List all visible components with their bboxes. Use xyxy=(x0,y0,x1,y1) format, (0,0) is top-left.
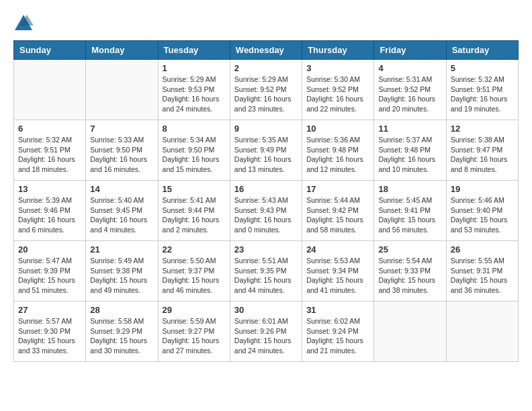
calendar-cell xyxy=(446,302,518,362)
calendar-cell: 14Sunrise: 5:40 AM Sunset: 9:45 PM Dayli… xyxy=(86,181,158,241)
day-info: Sunrise: 5:41 AM Sunset: 9:44 PM Dayligh… xyxy=(163,195,226,235)
calendar-cell: 28Sunrise: 5:58 AM Sunset: 9:29 PM Dayli… xyxy=(86,302,158,362)
calendar-cell: 4Sunrise: 5:31 AM Sunset: 9:52 PM Daylig… xyxy=(374,60,446,120)
day-info: Sunrise: 5:33 AM Sunset: 9:50 PM Dayligh… xyxy=(90,135,153,175)
day-info: Sunrise: 5:36 AM Sunset: 9:48 PM Dayligh… xyxy=(306,135,369,175)
header-row: SundayMondayTuesdayWednesdayThursdayFrid… xyxy=(14,41,519,60)
day-info: Sunrise: 5:45 AM Sunset: 9:41 PM Dayligh… xyxy=(378,195,441,235)
day-number: 8 xyxy=(163,124,226,134)
calendar-cell: 26Sunrise: 5:55 AM Sunset: 9:31 PM Dayli… xyxy=(446,241,518,302)
day-info: Sunrise: 5:43 AM Sunset: 9:43 PM Dayligh… xyxy=(234,195,298,235)
day-info: Sunrise: 5:58 AM Sunset: 9:29 PM Dayligh… xyxy=(90,316,153,356)
day-info: Sunrise: 5:29 AM Sunset: 9:53 PM Dayligh… xyxy=(163,75,226,114)
day-info: Sunrise: 5:29 AM Sunset: 9:52 PM Dayligh… xyxy=(234,75,298,114)
header xyxy=(13,13,519,34)
day-number: 1 xyxy=(163,63,226,73)
day-info: Sunrise: 5:32 AM Sunset: 9:51 PM Dayligh… xyxy=(18,135,81,175)
day-number: 28 xyxy=(90,305,153,315)
calendar-cell: 25Sunrise: 5:54 AM Sunset: 9:33 PM Dayli… xyxy=(374,241,446,302)
day-info: Sunrise: 5:30 AM Sunset: 9:52 PM Dayligh… xyxy=(306,75,369,114)
day-header-tuesday: Tuesday xyxy=(158,41,230,60)
calendar-cell: 30Sunrise: 6:01 AM Sunset: 9:26 PM Dayli… xyxy=(230,302,302,362)
day-number: 6 xyxy=(18,124,81,134)
day-header-sunday: Sunday xyxy=(14,41,86,60)
day-info: Sunrise: 6:01 AM Sunset: 9:26 PM Dayligh… xyxy=(234,316,298,356)
day-info: Sunrise: 5:47 AM Sunset: 9:39 PM Dayligh… xyxy=(18,256,81,295)
logo-icon xyxy=(13,13,34,34)
day-number: 26 xyxy=(451,244,514,255)
day-info: Sunrise: 5:38 AM Sunset: 9:47 PM Dayligh… xyxy=(451,135,514,175)
day-number: 18 xyxy=(378,184,441,194)
week-row-4: 20Sunrise: 5:47 AM Sunset: 9:39 PM Dayli… xyxy=(14,241,519,302)
calendar-cell: 10Sunrise: 5:36 AM Sunset: 9:48 PM Dayli… xyxy=(302,120,374,181)
day-number: 19 xyxy=(451,184,514,194)
week-row-1: 1Sunrise: 5:29 AM Sunset: 9:53 PM Daylig… xyxy=(14,60,519,120)
day-number: 24 xyxy=(306,244,369,255)
day-info: Sunrise: 5:57 AM Sunset: 9:30 PM Dayligh… xyxy=(18,316,81,356)
day-info: Sunrise: 5:32 AM Sunset: 9:51 PM Dayligh… xyxy=(451,75,514,114)
calendar-cell: 17Sunrise: 5:44 AM Sunset: 9:42 PM Dayli… xyxy=(302,181,374,241)
calendar-cell: 11Sunrise: 5:37 AM Sunset: 9:48 PM Dayli… xyxy=(374,120,446,181)
calendar-cell: 12Sunrise: 5:38 AM Sunset: 9:47 PM Dayli… xyxy=(446,120,518,181)
day-header-saturday: Saturday xyxy=(446,41,518,60)
calendar-cell: 20Sunrise: 5:47 AM Sunset: 9:39 PM Dayli… xyxy=(14,241,86,302)
calendar-cell: 22Sunrise: 5:50 AM Sunset: 9:37 PM Dayli… xyxy=(158,241,230,302)
day-header-thursday: Thursday xyxy=(302,41,374,60)
day-number: 5 xyxy=(451,63,514,73)
day-number: 13 xyxy=(18,184,81,194)
calendar-cell: 19Sunrise: 5:46 AM Sunset: 9:40 PM Dayli… xyxy=(446,181,518,241)
calendar-cell: 21Sunrise: 5:49 AM Sunset: 9:38 PM Dayli… xyxy=(86,241,158,302)
day-info: Sunrise: 5:37 AM Sunset: 9:48 PM Dayligh… xyxy=(378,135,441,175)
day-info: Sunrise: 5:35 AM Sunset: 9:49 PM Dayligh… xyxy=(234,135,298,175)
week-row-3: 13Sunrise: 5:39 AM Sunset: 9:46 PM Dayli… xyxy=(14,181,519,241)
calendar-cell: 8Sunrise: 5:34 AM Sunset: 9:50 PM Daylig… xyxy=(158,120,230,181)
day-info: Sunrise: 5:53 AM Sunset: 9:34 PM Dayligh… xyxy=(306,256,369,295)
day-info: Sunrise: 5:55 AM Sunset: 9:31 PM Dayligh… xyxy=(451,256,514,295)
day-info: Sunrise: 5:54 AM Sunset: 9:33 PM Dayligh… xyxy=(378,256,441,295)
day-number: 29 xyxy=(163,305,226,315)
day-number: 3 xyxy=(306,63,369,73)
day-info: Sunrise: 5:34 AM Sunset: 9:50 PM Dayligh… xyxy=(163,135,226,175)
calendar-cell: 13Sunrise: 5:39 AM Sunset: 9:46 PM Dayli… xyxy=(14,181,86,241)
day-number: 4 xyxy=(378,63,441,73)
day-number: 31 xyxy=(306,305,369,315)
calendar-cell: 15Sunrise: 5:41 AM Sunset: 9:44 PM Dayli… xyxy=(158,181,230,241)
calendar-cell: 6Sunrise: 5:32 AM Sunset: 9:51 PM Daylig… xyxy=(14,120,86,181)
calendar: SundayMondayTuesdayWednesdayThursdayFrid… xyxy=(13,40,519,362)
calendar-cell: 7Sunrise: 5:33 AM Sunset: 9:50 PM Daylig… xyxy=(86,120,158,181)
day-info: Sunrise: 5:40 AM Sunset: 9:45 PM Dayligh… xyxy=(90,195,153,235)
day-number: 7 xyxy=(90,124,153,134)
calendar-cell: 23Sunrise: 5:51 AM Sunset: 9:35 PM Dayli… xyxy=(230,241,302,302)
calendar-cell: 24Sunrise: 5:53 AM Sunset: 9:34 PM Dayli… xyxy=(302,241,374,302)
day-number: 14 xyxy=(90,184,153,194)
day-info: Sunrise: 5:51 AM Sunset: 9:35 PM Dayligh… xyxy=(234,256,298,295)
day-number: 17 xyxy=(306,184,369,194)
day-number: 22 xyxy=(163,244,226,255)
day-header-friday: Friday xyxy=(374,41,446,60)
day-info: Sunrise: 5:49 AM Sunset: 9:38 PM Dayligh… xyxy=(90,256,153,295)
calendar-cell xyxy=(86,60,158,120)
calendar-cell: 2Sunrise: 5:29 AM Sunset: 9:52 PM Daylig… xyxy=(230,60,302,120)
calendar-cell: 1Sunrise: 5:29 AM Sunset: 9:53 PM Daylig… xyxy=(158,60,230,120)
week-row-5: 27Sunrise: 5:57 AM Sunset: 9:30 PM Dayli… xyxy=(14,302,519,362)
week-row-2: 6Sunrise: 5:32 AM Sunset: 9:51 PM Daylig… xyxy=(14,120,519,181)
day-number: 23 xyxy=(234,244,298,255)
day-number: 11 xyxy=(378,124,441,134)
calendar-cell xyxy=(374,302,446,362)
day-number: 20 xyxy=(18,244,81,255)
calendar-cell: 9Sunrise: 5:35 AM Sunset: 9:49 PM Daylig… xyxy=(230,120,302,181)
calendar-cell: 29Sunrise: 5:59 AM Sunset: 9:27 PM Dayli… xyxy=(158,302,230,362)
calendar-cell: 31Sunrise: 6:02 AM Sunset: 9:24 PM Dayli… xyxy=(302,302,374,362)
day-info: Sunrise: 5:39 AM Sunset: 9:46 PM Dayligh… xyxy=(18,195,81,235)
day-number: 9 xyxy=(234,124,298,134)
day-number: 15 xyxy=(163,184,226,194)
logo xyxy=(13,13,37,34)
day-header-monday: Monday xyxy=(86,41,158,60)
calendar-cell: 27Sunrise: 5:57 AM Sunset: 9:30 PM Dayli… xyxy=(14,302,86,362)
day-number: 16 xyxy=(234,184,298,194)
day-number: 21 xyxy=(90,244,153,255)
calendar-cell: 5Sunrise: 5:32 AM Sunset: 9:51 PM Daylig… xyxy=(446,60,518,120)
calendar-cell xyxy=(14,60,86,120)
calendar-cell: 16Sunrise: 5:43 AM Sunset: 9:43 PM Dayli… xyxy=(230,181,302,241)
day-info: Sunrise: 6:02 AM Sunset: 9:24 PM Dayligh… xyxy=(306,316,369,356)
